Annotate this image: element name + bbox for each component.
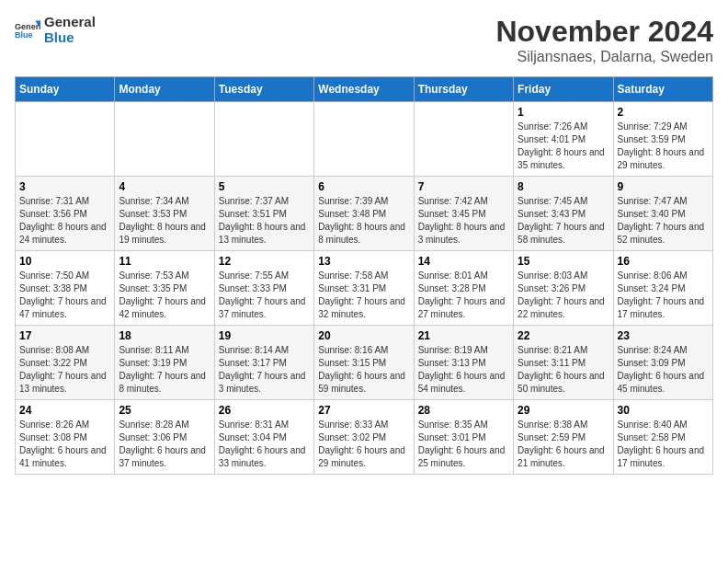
logo: General Blue General Blue	[15, 15, 96, 45]
calendar-day-cell	[16, 102, 115, 177]
day-number: 12	[219, 255, 310, 268]
calendar-week-row: 17Sunrise: 8:08 AM Sunset: 3:22 PM Dayli…	[16, 326, 713, 400]
calendar-week-row: 24Sunrise: 8:26 AM Sunset: 3:08 PM Dayli…	[16, 400, 713, 475]
day-info: Sunrise: 7:47 AM Sunset: 3:40 PM Dayligh…	[618, 195, 709, 247]
day-number: 8	[518, 180, 609, 193]
day-info: Sunrise: 7:55 AM Sunset: 3:33 PM Dayligh…	[219, 270, 310, 321]
day-number: 30	[618, 404, 709, 417]
day-info: Sunrise: 8:31 AM Sunset: 3:04 PM Dayligh…	[219, 419, 310, 470]
day-number: 5	[219, 180, 310, 193]
day-info: Sunrise: 7:50 AM Sunset: 3:38 PM Dayligh…	[19, 270, 110, 321]
day-info: Sunrise: 8:28 AM Sunset: 3:06 PM Dayligh…	[119, 419, 210, 470]
day-number: 20	[318, 329, 409, 342]
day-info: Sunrise: 8:16 AM Sunset: 3:15 PM Dayligh…	[318, 344, 409, 396]
logo-line1: General	[44, 15, 96, 30]
day-info: Sunrise: 7:58 AM Sunset: 3:31 PM Dayligh…	[318, 270, 409, 321]
day-info: Sunrise: 8:26 AM Sunset: 3:08 PM Dayligh…	[19, 419, 110, 470]
location-title: Siljansnaes, Dalarna, Sweden	[495, 49, 713, 65]
calendar-day-cell: 16Sunrise: 8:06 AM Sunset: 3:24 PM Dayli…	[613, 251, 712, 326]
day-number: 27	[318, 404, 409, 417]
calendar-day-cell: 9Sunrise: 7:47 AM Sunset: 3:40 PM Daylig…	[613, 177, 712, 251]
calendar-header-cell: Tuesday	[214, 77, 313, 102]
day-number: 2	[618, 106, 709, 119]
calendar-week-row: 3Sunrise: 7:31 AM Sunset: 3:56 PM Daylig…	[16, 177, 713, 251]
calendar-day-cell: 29Sunrise: 8:38 AM Sunset: 2:59 PM Dayli…	[514, 400, 613, 475]
calendar-day-cell: 5Sunrise: 7:37 AM Sunset: 3:51 PM Daylig…	[214, 177, 313, 251]
calendar-day-cell: 1Sunrise: 7:26 AM Sunset: 4:01 PM Daylig…	[514, 102, 613, 177]
day-info: Sunrise: 7:31 AM Sunset: 3:56 PM Dayligh…	[19, 195, 110, 247]
calendar-day-cell: 20Sunrise: 8:16 AM Sunset: 3:15 PM Dayli…	[314, 326, 414, 400]
svg-text:General: General	[15, 21, 40, 30]
day-number: 11	[119, 255, 210, 268]
calendar-day-cell: 28Sunrise: 8:35 AM Sunset: 3:01 PM Dayli…	[414, 400, 513, 475]
day-number: 15	[518, 255, 609, 268]
day-number: 17	[19, 329, 110, 342]
day-number: 25	[119, 404, 210, 417]
calendar-header-cell: Saturday	[613, 77, 712, 102]
header: General Blue General Blue November 2024 …	[15, 15, 713, 65]
day-number: 19	[219, 329, 310, 342]
calendar-day-cell: 18Sunrise: 8:11 AM Sunset: 3:19 PM Dayli…	[115, 326, 214, 400]
day-info: Sunrise: 8:21 AM Sunset: 3:11 PM Dayligh…	[518, 344, 609, 396]
logo-line2: Blue	[44, 30, 96, 46]
calendar-day-cell: 12Sunrise: 7:55 AM Sunset: 3:33 PM Dayli…	[214, 251, 313, 326]
calendar-day-cell: 15Sunrise: 8:03 AM Sunset: 3:26 PM Dayli…	[514, 251, 613, 326]
day-number: 6	[318, 180, 409, 193]
title-block: November 2024 Siljansnaes, Dalarna, Swed…	[495, 15, 713, 65]
calendar-day-cell: 19Sunrise: 8:14 AM Sunset: 3:17 PM Dayli…	[214, 326, 313, 400]
calendar-day-cell: 2Sunrise: 7:29 AM Sunset: 3:59 PM Daylig…	[613, 102, 712, 177]
day-info: Sunrise: 7:37 AM Sunset: 3:51 PM Dayligh…	[219, 195, 310, 247]
calendar-day-cell: 4Sunrise: 7:34 AM Sunset: 3:53 PM Daylig…	[115, 177, 214, 251]
calendar-week-row: 1Sunrise: 7:26 AM Sunset: 4:01 PM Daylig…	[16, 102, 713, 177]
day-number: 21	[418, 329, 509, 342]
calendar-day-cell: 26Sunrise: 8:31 AM Sunset: 3:04 PM Dayli…	[214, 400, 313, 475]
day-info: Sunrise: 8:08 AM Sunset: 3:22 PM Dayligh…	[19, 344, 110, 396]
day-number: 23	[618, 329, 709, 342]
calendar-day-cell	[115, 102, 214, 177]
calendar-week-row: 10Sunrise: 7:50 AM Sunset: 3:38 PM Dayli…	[16, 251, 713, 326]
calendar-header-cell: Sunday	[16, 77, 115, 102]
calendar-table: SundayMondayTuesdayWednesdayThursdayFrid…	[15, 76, 713, 475]
day-info: Sunrise: 7:53 AM Sunset: 3:35 PM Dayligh…	[119, 270, 210, 321]
day-number: 22	[518, 329, 609, 342]
calendar-day-cell: 10Sunrise: 7:50 AM Sunset: 3:38 PM Dayli…	[16, 251, 115, 326]
day-number: 1	[518, 106, 609, 119]
day-info: Sunrise: 8:40 AM Sunset: 2:58 PM Dayligh…	[618, 419, 709, 470]
calendar-day-cell	[214, 102, 313, 177]
calendar-body: 1Sunrise: 7:26 AM Sunset: 4:01 PM Daylig…	[16, 102, 713, 475]
calendar-day-cell: 13Sunrise: 7:58 AM Sunset: 3:31 PM Dayli…	[314, 251, 414, 326]
day-info: Sunrise: 7:39 AM Sunset: 3:48 PM Dayligh…	[318, 195, 409, 247]
day-number: 7	[418, 180, 509, 193]
calendar-header-cell: Friday	[514, 77, 613, 102]
day-number: 24	[19, 404, 110, 417]
day-number: 9	[618, 180, 709, 193]
calendar-day-cell: 7Sunrise: 7:42 AM Sunset: 3:45 PM Daylig…	[414, 177, 513, 251]
calendar-day-cell: 8Sunrise: 7:45 AM Sunset: 3:43 PM Daylig…	[514, 177, 613, 251]
day-info: Sunrise: 8:14 AM Sunset: 3:17 PM Dayligh…	[219, 344, 310, 396]
day-number: 4	[119, 180, 210, 193]
day-number: 3	[19, 180, 110, 193]
calendar-day-cell: 11Sunrise: 7:53 AM Sunset: 3:35 PM Dayli…	[115, 251, 214, 326]
calendar-day-cell	[414, 102, 513, 177]
day-info: Sunrise: 8:11 AM Sunset: 3:19 PM Dayligh…	[119, 344, 210, 396]
calendar-day-cell: 22Sunrise: 8:21 AM Sunset: 3:11 PM Dayli…	[514, 326, 613, 400]
day-info: Sunrise: 8:33 AM Sunset: 3:02 PM Dayligh…	[318, 419, 409, 470]
calendar-day-cell: 14Sunrise: 8:01 AM Sunset: 3:28 PM Dayli…	[414, 251, 513, 326]
day-number: 29	[518, 404, 609, 417]
day-info: Sunrise: 8:03 AM Sunset: 3:26 PM Dayligh…	[518, 270, 609, 321]
calendar-day-cell: 17Sunrise: 8:08 AM Sunset: 3:22 PM Dayli…	[16, 326, 115, 400]
day-number: 14	[418, 255, 509, 268]
day-number: 13	[318, 255, 409, 268]
day-info: Sunrise: 7:34 AM Sunset: 3:53 PM Dayligh…	[119, 195, 210, 247]
calendar-day-cell: 23Sunrise: 8:24 AM Sunset: 3:09 PM Dayli…	[613, 326, 712, 400]
svg-text:Blue: Blue	[15, 30, 33, 40]
calendar-day-cell: 24Sunrise: 8:26 AM Sunset: 3:08 PM Dayli…	[16, 400, 115, 475]
day-info: Sunrise: 7:45 AM Sunset: 3:43 PM Dayligh…	[518, 195, 609, 247]
day-info: Sunrise: 8:35 AM Sunset: 3:01 PM Dayligh…	[418, 419, 509, 470]
day-number: 18	[119, 329, 210, 342]
day-number: 16	[618, 255, 709, 268]
calendar-day-cell: 25Sunrise: 8:28 AM Sunset: 3:06 PM Dayli…	[115, 400, 214, 475]
day-info: Sunrise: 7:26 AM Sunset: 4:01 PM Dayligh…	[518, 121, 609, 172]
logo-icon: General Blue	[15, 17, 40, 43]
calendar-day-cell: 27Sunrise: 8:33 AM Sunset: 3:02 PM Dayli…	[314, 400, 414, 475]
